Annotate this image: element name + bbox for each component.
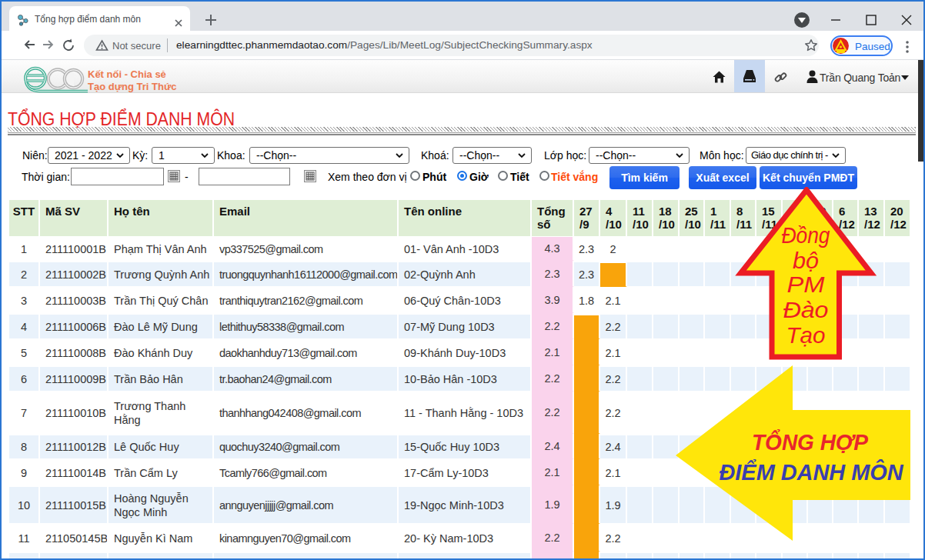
svg-text:PM: PM (787, 272, 826, 297)
svg-text:TỔNG HỢP: TỔNG HỢP (752, 429, 869, 455)
svg-text:Đào: Đào (783, 298, 829, 322)
svg-text:ĐIỂM DANH MÔN: ĐIỂM DANH MÔN (720, 459, 904, 485)
svg-text:bộ: bộ (793, 248, 819, 273)
svg-text:Đồng: Đồng (782, 223, 830, 248)
svg-text:Tạo: Tạo (786, 323, 826, 348)
